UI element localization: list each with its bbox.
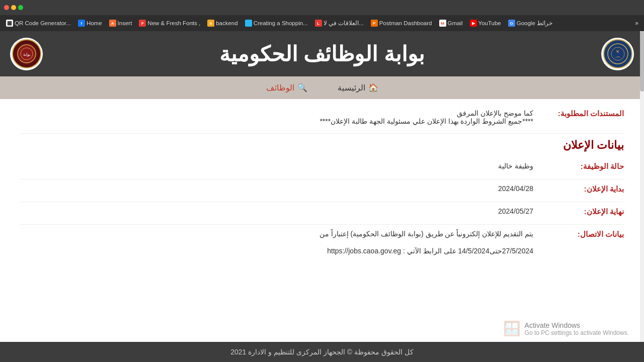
nav-home[interactable]: 🏠 الرئيسية	[338, 83, 378, 93]
end-date-row: نهاية الإعلان: 2024/05/27	[20, 207, 624, 216]
bookmark-icon-insert: A	[109, 20, 116, 27]
end-date-value: 2024/05/27	[20, 207, 543, 215]
bookmark-insert[interactable]: A Insert	[106, 18, 135, 28]
bookmark-fresh[interactable]: F New & Fresh Fonts ,	[136, 18, 203, 28]
bookmark-icon-qr: ⬛	[6, 20, 13, 27]
site-logo: بوابة	[10, 38, 43, 70]
bookmark-icon-google: G	[508, 20, 515, 27]
contact-value: يتم التقديم للإعلان إلكترونياً عن طريق (…	[20, 230, 543, 238]
bookmark-label-laravel: العلاقات في لا...	[324, 20, 364, 27]
site-nav: 🏠 الرئيسية 🔍 الوظائف	[0, 76, 644, 99]
bookmark-icon-code	[245, 20, 252, 27]
bookmark-label-code: Creating a Shoppin...	[254, 20, 308, 26]
divider2	[20, 179, 624, 179]
content-area: المستندات المطلوبة: كما موضح بالإعلان ال…	[0, 99, 644, 273]
bookmark-label-home: Home	[87, 20, 102, 26]
start-date-value: 2024/04/28	[20, 185, 543, 193]
site-emblem: 🦅 مصر	[601, 38, 634, 70]
more-bookmarks[interactable]: »	[632, 18, 641, 28]
bookmark-gmail[interactable]: M Gmail	[436, 18, 466, 28]
bookmark-backend[interactable]: b backend	[204, 18, 240, 28]
bookmark-label-insert: Insert	[118, 20, 132, 26]
divider4	[20, 224, 624, 225]
activation-main: Activate Windows	[525, 321, 629, 329]
ad-data-heading: بيانات الإعلان	[20, 139, 624, 152]
site-title: بوابة الوظائف الحكومية	[43, 42, 601, 66]
nav-home-label: الرئيسية	[338, 83, 365, 93]
bookmark-label-google: Google خرائط	[517, 20, 552, 27]
bookmarks-bar: ⬛ QR Code Generator... f Home A Insert F…	[0, 15, 644, 31]
nav-jobs-label: الوظائف	[266, 83, 294, 93]
start-date-label: بداية الإعلان:	[543, 185, 624, 194]
activation-sub: Go to PC settings to activate Windows.	[525, 329, 629, 336]
bookmark-label-gmail: Gmail	[448, 20, 463, 26]
job-status-label: حالة الوظيفة:	[543, 162, 624, 171]
url-row: 27/5/2024حتى14/5/2024 على الرابط الآتي :…	[20, 247, 624, 255]
activation-watermark: 🪟 Activate Windows Go to PC settings to …	[503, 320, 629, 337]
bookmark-label-youtube: YouTube	[478, 20, 501, 26]
bookmark-label-qr: QR Code Generator...	[15, 20, 71, 26]
divider1	[20, 133, 624, 134]
bookmark-label-fresh: New & Fresh Fonts ,	[147, 20, 200, 26]
divider3	[20, 202, 624, 202]
bookmark-label-backend: backend	[216, 20, 237, 26]
documents-line1: كما موضح بالإعلان المرفق	[20, 109, 533, 117]
maximize-button[interactable]	[18, 5, 23, 10]
bookmark-icon-fresh: F	[139, 20, 146, 27]
bookmark-icon-youtube: ▶	[470, 20, 477, 27]
site-header: بوابة بوابة الوظائف الحكومية 🦅 مصر	[0, 31, 644, 76]
svg-point-3	[608, 44, 628, 64]
scrollbar-thumb[interactable]	[640, 31, 644, 92]
nav-jobs[interactable]: 🔍 الوظائف	[266, 83, 307, 93]
bookmark-youtube[interactable]: ▶ YouTube	[467, 18, 504, 28]
search-icon: 🔍	[297, 83, 307, 93]
end-date-label: نهاية الإعلان:	[543, 207, 624, 216]
start-date-row: بداية الإعلان: 2024/04/28	[20, 185, 624, 194]
logo-inner: بوابة	[12, 39, 41, 68]
browser-bar	[0, 0, 644, 15]
bookmark-icon-gmail: M	[439, 20, 446, 27]
bookmark-laravel[interactable]: L العلاقات في لا...	[312, 18, 367, 28]
bookmark-home[interactable]: f Home	[75, 18, 105, 28]
documents-row: المستندات المطلوبة: كما موضح بالإعلان ال…	[20, 109, 624, 125]
bookmark-icon-laravel: L	[315, 20, 322, 27]
url-value: 27/5/2024حتى14/5/2024 على الرابط الآتي :…	[20, 247, 543, 255]
svg-text:مصر: مصر	[615, 55, 620, 58]
job-status-value: وظيفة خالية	[20, 162, 543, 170]
home-icon: 🏠	[368, 83, 378, 93]
footer-text: كل الحقوق محفوظة © الجحهاز المركزى للتنظ…	[230, 348, 413, 356]
scrollbar-track[interactable]	[640, 31, 644, 362]
job-status-row: حالة الوظيفة: وظيفة خالية	[20, 162, 624, 171]
documents-line2: ****جميع الشروط الواردة بهذا الإعلان علي…	[20, 117, 533, 125]
bookmark-google[interactable]: G Google خرائط	[505, 18, 555, 28]
bookmark-code[interactable]: Creating a Shoppin...	[242, 18, 311, 28]
emblem-inner: 🦅 مصر	[603, 39, 632, 68]
window-controls	[4, 5, 23, 10]
minimize-button[interactable]	[11, 5, 16, 10]
documents-label: المستندات المطلوبة:	[543, 109, 624, 118]
contact-row: بيانات الاتصال: يتم التقديم للإعلان إلكت…	[20, 230, 624, 239]
bookmark-qr[interactable]: ⬛ QR Code Generator...	[3, 18, 74, 28]
bookmark-icon-home: f	[78, 20, 85, 27]
svg-text:🦅: 🦅	[615, 49, 620, 53]
bookmark-icon-backend: b	[207, 20, 214, 27]
svg-text:بوابة: بوابة	[23, 52, 30, 57]
bookmark-icon-postman: P	[371, 20, 378, 27]
documents-content: كما موضح بالإعلان المرفق ****جميع الشروط…	[20, 109, 543, 125]
bookmark-postman[interactable]: P Postman Dashboard	[368, 18, 435, 28]
bookmark-label-postman: Postman Dashboard	[379, 20, 432, 26]
contact-label: بيانات الاتصال:	[543, 230, 624, 239]
close-button[interactable]	[4, 5, 9, 10]
site-footer: كل الحقوق محفوظة © الجحهاز المركزى للتنظ…	[0, 342, 644, 362]
